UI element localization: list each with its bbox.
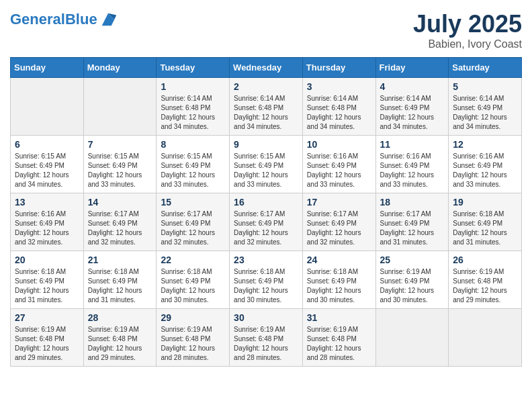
calendar-cell: 29Sunrise: 6:19 AM Sunset: 6:48 PM Dayli… [157, 309, 230, 367]
calendar-cell: 3Sunrise: 6:14 AM Sunset: 6:48 PM Daylig… [302, 78, 375, 136]
cell-info: Sunrise: 6:18 AM Sunset: 6:49 PM Dayligh… [15, 267, 79, 305]
day-number: 5 [453, 81, 517, 92]
cell-info: Sunrise: 6:16 AM Sunset: 6:49 PM Dayligh… [453, 152, 517, 189]
calendar-cell: 27Sunrise: 6:19 AM Sunset: 6:48 PM Dayli… [11, 309, 84, 367]
cell-info: Sunrise: 6:15 AM Sunset: 6:49 PM Dayligh… [15, 152, 79, 189]
day-number: 22 [161, 255, 225, 265]
calendar-cell: 23Sunrise: 6:18 AM Sunset: 6:49 PM Dayli… [230, 251, 303, 309]
cell-info: Sunrise: 6:19 AM Sunset: 6:48 PM Dayligh… [307, 325, 371, 363]
calendar-cell: 22Sunrise: 6:18 AM Sunset: 6:49 PM Dayli… [157, 251, 230, 309]
day-number: 24 [307, 255, 371, 265]
calendar-cell: 1Sunrise: 6:14 AM Sunset: 6:48 PM Daylig… [157, 78, 230, 136]
weekday-header-saturday: Saturday [449, 58, 522, 78]
cell-info: Sunrise: 6:18 AM Sunset: 6:49 PM Dayligh… [307, 267, 371, 305]
cell-info: Sunrise: 6:18 AM Sunset: 6:49 PM Dayligh… [161, 267, 225, 305]
day-number: 8 [161, 139, 225, 150]
cell-info: Sunrise: 6:17 AM Sunset: 6:49 PM Dayligh… [234, 210, 298, 247]
day-number: 11 [380, 139, 445, 150]
calendar-cell: 7Sunrise: 6:15 AM Sunset: 6:49 PM Daylig… [83, 136, 157, 193]
calendar-cell: 16Sunrise: 6:17 AM Sunset: 6:49 PM Dayli… [230, 193, 303, 251]
calendar-cell: 2Sunrise: 6:14 AM Sunset: 6:48 PM Daylig… [230, 78, 303, 136]
cell-info: Sunrise: 6:18 AM Sunset: 6:49 PM Dayligh… [234, 267, 298, 305]
day-number: 7 [88, 139, 152, 150]
calendar-cell: 28Sunrise: 6:19 AM Sunset: 6:48 PM Dayli… [83, 309, 157, 367]
day-number: 18 [380, 197, 445, 208]
cell-info: Sunrise: 6:17 AM Sunset: 6:49 PM Dayligh… [380, 210, 445, 247]
calendar-cell: 13Sunrise: 6:16 AM Sunset: 6:49 PM Dayli… [11, 193, 84, 251]
day-number: 1 [161, 81, 225, 92]
calendar-cell: 20Sunrise: 6:18 AM Sunset: 6:49 PM Dayli… [11, 251, 84, 309]
calendar-cell: 19Sunrise: 6:18 AM Sunset: 6:49 PM Dayli… [449, 193, 522, 251]
cell-info: Sunrise: 6:19 AM Sunset: 6:48 PM Dayligh… [15, 325, 79, 363]
calendar-cell: 6Sunrise: 6:15 AM Sunset: 6:49 PM Daylig… [11, 136, 84, 193]
weekday-header-friday: Friday [375, 58, 449, 78]
cell-info: Sunrise: 6:17 AM Sunset: 6:49 PM Dayligh… [161, 210, 225, 247]
day-number: 14 [88, 197, 152, 208]
cell-info: Sunrise: 6:16 AM Sunset: 6:49 PM Dayligh… [380, 152, 445, 189]
calendar-cell: 10Sunrise: 6:16 AM Sunset: 6:49 PM Dayli… [302, 136, 375, 193]
page-header: GeneralBlue July 2025 Babien, Ivory Coas… [10, 10, 522, 50]
cell-info: Sunrise: 6:19 AM Sunset: 6:48 PM Dayligh… [161, 325, 225, 363]
week-row-0: 1Sunrise: 6:14 AM Sunset: 6:48 PM Daylig… [11, 78, 522, 136]
day-number: 20 [15, 255, 79, 265]
calendar-cell: 24Sunrise: 6:18 AM Sunset: 6:49 PM Dayli… [302, 251, 375, 309]
day-number: 4 [380, 81, 445, 92]
calendar-header-row: SundayMondayTuesdayWednesdayThursdayFrid… [11, 58, 522, 78]
calendar-cell: 30Sunrise: 6:19 AM Sunset: 6:48 PM Dayli… [230, 309, 303, 367]
calendar-cell: 15Sunrise: 6:17 AM Sunset: 6:49 PM Dayli… [157, 193, 230, 251]
weekday-header-wednesday: Wednesday [230, 58, 303, 78]
day-number: 19 [453, 197, 517, 208]
weekday-header-tuesday: Tuesday [157, 58, 230, 78]
day-number: 23 [234, 255, 298, 265]
day-number: 9 [234, 139, 298, 150]
cell-info: Sunrise: 6:15 AM Sunset: 6:49 PM Dayligh… [88, 152, 152, 189]
weekday-header-monday: Monday [83, 58, 157, 78]
day-number: 25 [380, 255, 445, 265]
calendar-cell [449, 309, 522, 367]
cell-info: Sunrise: 6:17 AM Sunset: 6:49 PM Dayligh… [307, 210, 371, 247]
calendar-cell: 11Sunrise: 6:16 AM Sunset: 6:49 PM Dayli… [375, 136, 449, 193]
day-number: 3 [307, 81, 371, 92]
cell-info: Sunrise: 6:14 AM Sunset: 6:48 PM Dayligh… [307, 94, 371, 132]
logo-text: GeneralBlue [10, 11, 97, 28]
day-number: 28 [88, 312, 152, 323]
calendar-cell: 14Sunrise: 6:17 AM Sunset: 6:49 PM Dayli… [83, 193, 157, 251]
logo-line1: General [10, 11, 65, 28]
calendar-cell [375, 309, 449, 367]
calendar-table: SundayMondayTuesdayWednesdayThursdayFrid… [10, 57, 522, 367]
day-number: 15 [161, 197, 225, 208]
calendar-cell [11, 78, 84, 136]
day-number: 29 [161, 312, 225, 323]
location: Babien, Ivory Coast [413, 38, 522, 50]
calendar-cell: 12Sunrise: 6:16 AM Sunset: 6:49 PM Dayli… [449, 136, 522, 193]
cell-info: Sunrise: 6:14 AM Sunset: 6:48 PM Dayligh… [234, 94, 298, 132]
calendar-cell: 5Sunrise: 6:14 AM Sunset: 6:49 PM Daylig… [449, 78, 522, 136]
cell-info: Sunrise: 6:19 AM Sunset: 6:49 PM Dayligh… [380, 267, 445, 305]
cell-info: Sunrise: 6:18 AM Sunset: 6:49 PM Dayligh… [453, 210, 517, 247]
logo: GeneralBlue [10, 10, 118, 29]
calendar-cell: 25Sunrise: 6:19 AM Sunset: 6:49 PM Dayli… [375, 251, 449, 309]
day-number: 27 [15, 312, 79, 323]
day-number: 10 [307, 139, 371, 150]
calendar-cell: 31Sunrise: 6:19 AM Sunset: 6:48 PM Dayli… [302, 309, 375, 367]
weekday-header-thursday: Thursday [302, 58, 375, 78]
week-row-1: 6Sunrise: 6:15 AM Sunset: 6:49 PM Daylig… [11, 136, 522, 193]
day-number: 12 [453, 139, 517, 150]
cell-info: Sunrise: 6:16 AM Sunset: 6:49 PM Dayligh… [15, 210, 79, 247]
day-number: 17 [307, 197, 371, 208]
calendar-cell: 4Sunrise: 6:14 AM Sunset: 6:49 PM Daylig… [375, 78, 449, 136]
calendar-cell: 17Sunrise: 6:17 AM Sunset: 6:49 PM Dayli… [302, 193, 375, 251]
calendar-cell [83, 78, 157, 136]
month-title: July 2025 [413, 10, 522, 38]
day-number: 16 [234, 197, 298, 208]
week-row-4: 27Sunrise: 6:19 AM Sunset: 6:48 PM Dayli… [11, 309, 522, 367]
cell-info: Sunrise: 6:19 AM Sunset: 6:48 PM Dayligh… [234, 325, 298, 363]
cell-info: Sunrise: 6:18 AM Sunset: 6:49 PM Dayligh… [88, 267, 152, 305]
cell-info: Sunrise: 6:15 AM Sunset: 6:49 PM Dayligh… [234, 152, 298, 189]
day-number: 26 [453, 255, 517, 265]
week-row-3: 20Sunrise: 6:18 AM Sunset: 6:49 PM Dayli… [11, 251, 522, 309]
day-number: 31 [307, 312, 371, 323]
cell-info: Sunrise: 6:19 AM Sunset: 6:48 PM Dayligh… [453, 267, 517, 305]
calendar-cell: 18Sunrise: 6:17 AM Sunset: 6:49 PM Dayli… [375, 193, 449, 251]
day-number: 6 [15, 139, 79, 150]
